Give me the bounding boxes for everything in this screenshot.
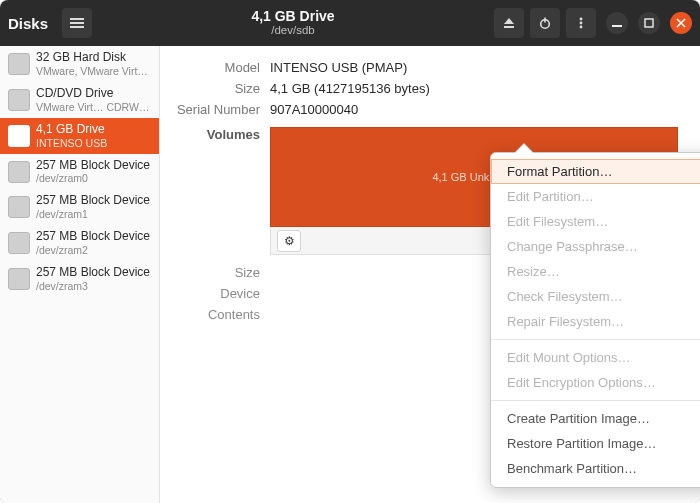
hamburger-icon bbox=[70, 16, 84, 30]
close-icon bbox=[676, 18, 686, 28]
device-name: 257 MB Block Device bbox=[36, 194, 150, 208]
svg-point-8 bbox=[580, 22, 583, 25]
block-icon bbox=[8, 161, 30, 183]
drive-title: 4,1 GB Drive bbox=[92, 8, 494, 24]
menu-item[interactable]: Format Partition… bbox=[491, 159, 700, 184]
device-sub: INTENSO USB bbox=[36, 137, 107, 149]
menu-item[interactable]: Create Partition Image… bbox=[491, 406, 700, 431]
sidebar-item-0[interactable]: 32 GB Hard Disk VMware, VMware Virtual S bbox=[0, 46, 159, 82]
app-name: Disks bbox=[8, 15, 48, 32]
svg-rect-0 bbox=[70, 18, 84, 20]
block-icon bbox=[8, 232, 30, 254]
device-name: 32 GB Hard Disk bbox=[36, 51, 151, 65]
window-close[interactable] bbox=[670, 12, 692, 34]
menu-item: Edit Partition… bbox=[491, 184, 700, 209]
drive-device-path: /dev/sdb bbox=[92, 24, 494, 37]
device-sub: VMware Virt… CDRW Drive bbox=[36, 101, 151, 113]
volumes-heading: Volumes bbox=[160, 127, 270, 255]
sidebar-item-5[interactable]: 257 MB Block Device /dev/zram2 bbox=[0, 225, 159, 261]
volume-context-menu: Format Partition…Edit Partition…Edit Fil… bbox=[490, 152, 700, 488]
window-maximize[interactable] bbox=[638, 12, 660, 34]
optical-icon bbox=[8, 89, 30, 111]
field-label: Size bbox=[160, 81, 270, 96]
menu-item: Repair Filesystem… bbox=[491, 309, 700, 334]
window-minimize[interactable] bbox=[606, 12, 628, 34]
gear-icon: ⚙ bbox=[284, 234, 295, 248]
svg-rect-11 bbox=[645, 19, 653, 27]
svg-rect-10 bbox=[612, 25, 622, 27]
menu-item: Edit Mount Options… bbox=[491, 345, 700, 370]
field-label: Serial Number bbox=[160, 102, 270, 117]
device-name: 4,1 GB Drive bbox=[36, 123, 107, 137]
hdd-icon bbox=[8, 53, 30, 75]
drive-menu-button[interactable] bbox=[566, 8, 596, 38]
eject-button[interactable] bbox=[494, 8, 524, 38]
title-center: 4,1 GB Drive /dev/sdb bbox=[92, 8, 494, 37]
power-button[interactable] bbox=[530, 8, 560, 38]
sidebar-item-4[interactable]: 257 MB Block Device /dev/zram1 bbox=[0, 189, 159, 225]
field-value: 907A10000040 bbox=[270, 102, 358, 117]
svg-point-7 bbox=[580, 18, 583, 21]
body: 32 GB Hard Disk VMware, VMware Virtual S… bbox=[0, 46, 700, 503]
titlebar: Disks 4,1 GB Drive /dev/sdb bbox=[0, 0, 700, 46]
field-label: Model bbox=[160, 60, 270, 75]
menu-item: Change Passphrase… bbox=[491, 234, 700, 259]
disks-window: Disks 4,1 GB Drive /dev/sdb bbox=[0, 0, 700, 503]
sidebar-item-3[interactable]: 257 MB Block Device /dev/zram0 bbox=[0, 154, 159, 190]
menu-item[interactable]: Benchmark Partition… bbox=[491, 456, 700, 481]
menu-item: Check Filesystem… bbox=[491, 284, 700, 309]
device-sub: /dev/zram0 bbox=[36, 172, 150, 184]
usb-icon bbox=[8, 125, 30, 147]
svg-rect-1 bbox=[70, 22, 84, 24]
block-icon bbox=[8, 196, 30, 218]
sidebar-item-6[interactable]: 257 MB Block Device /dev/zram3 bbox=[0, 261, 159, 297]
field-value: INTENSO USB (PMAP) bbox=[270, 60, 407, 75]
device-name: 257 MB Block Device bbox=[36, 266, 150, 280]
field-value: 4,1 GB (4127195136 bytes) bbox=[270, 81, 430, 96]
svg-marker-3 bbox=[504, 18, 514, 24]
hamburger-button[interactable] bbox=[62, 8, 92, 38]
menu-item: Edit Filesystem… bbox=[491, 209, 700, 234]
maximize-icon bbox=[644, 18, 654, 28]
power-icon bbox=[538, 16, 552, 30]
volume-options-button[interactable]: ⚙ bbox=[277, 230, 301, 252]
meta-label: Size bbox=[160, 265, 270, 280]
svg-rect-4 bbox=[504, 26, 514, 28]
menu-item[interactable]: Restore Partition Image… bbox=[491, 431, 700, 456]
detail-pane: ModelINTENSO USB (PMAP)Size4,1 GB (41271… bbox=[160, 46, 700, 503]
menu-item: Edit Encryption Options… bbox=[491, 370, 700, 395]
device-sub: /dev/zram1 bbox=[36, 208, 150, 220]
svg-point-9 bbox=[580, 26, 583, 29]
meta-label: Contents bbox=[160, 307, 270, 322]
sidebar-item-1[interactable]: CD/DVD Drive VMware Virt… CDRW Drive bbox=[0, 82, 159, 118]
eject-icon bbox=[502, 16, 516, 30]
svg-rect-2 bbox=[70, 26, 84, 28]
sidebar-item-2[interactable]: 4,1 GB Drive INTENSO USB bbox=[0, 118, 159, 154]
minimize-icon bbox=[612, 18, 622, 28]
menu-item: Resize… bbox=[491, 259, 700, 284]
device-sub: /dev/zram3 bbox=[36, 280, 150, 292]
device-name: CD/DVD Drive bbox=[36, 87, 151, 101]
kebab-icon bbox=[574, 16, 588, 30]
device-name: 257 MB Block Device bbox=[36, 230, 150, 244]
device-sub: VMware, VMware Virtual S bbox=[36, 65, 151, 77]
meta-label: Device bbox=[160, 286, 270, 301]
device-list: 32 GB Hard Disk VMware, VMware Virtual S… bbox=[0, 46, 160, 503]
device-name: 257 MB Block Device bbox=[36, 159, 150, 173]
device-sub: /dev/zram2 bbox=[36, 244, 150, 256]
svg-rect-6 bbox=[544, 18, 546, 23]
block-icon bbox=[8, 268, 30, 290]
